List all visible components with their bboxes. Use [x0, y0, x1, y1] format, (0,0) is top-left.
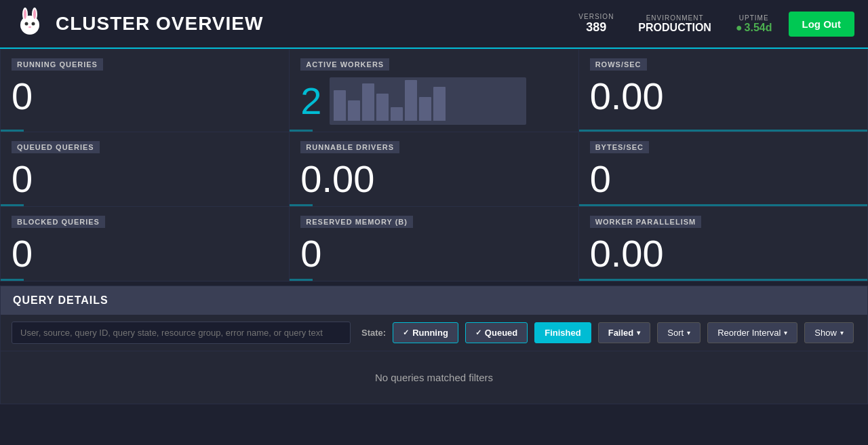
reserved-memory-value: 0 [300, 235, 567, 273]
svg-point-6 [32, 22, 35, 26]
show-label: Show [814, 328, 837, 338]
workers-bar-2 [348, 100, 360, 121]
filter-failed-label: Failed [608, 328, 634, 338]
environment-meta: ENVIRONMENT PRODUCTION [638, 14, 711, 34]
metric-reserved-memory: RESERVED MEMORY (B) 0 [290, 207, 578, 282]
runnable-drivers-label: RUNNABLE DRIVERS [300, 141, 399, 153]
page-title: CLUSTER OVERVIEW [56, 13, 578, 35]
filter-queued-button[interactable]: ✓ Queued [465, 322, 528, 343]
environment-value: PRODUCTION [638, 22, 711, 34]
svg-point-3 [24, 9, 26, 19]
uptime-dot: ● [736, 22, 743, 33]
uptime-value: ●3.54d [736, 22, 772, 34]
active-workers-content: 2 [300, 77, 567, 125]
query-details-controls: State: ✓ Running ✓ Queued Finished Faile… [1, 315, 867, 351]
metric-runnable-drivers: RUNNABLE DRIVERS 0.00 [290, 132, 578, 207]
reserved-memory-bar [290, 279, 313, 281]
sort-label: Sort [667, 328, 684, 338]
sort-dropdown-button[interactable]: Sort [657, 322, 701, 343]
workers-bar-8 [433, 87, 446, 121]
blocked-queries-value: 0 [12, 235, 278, 273]
logo-icon [14, 7, 46, 40]
show-dropdown-button[interactable]: Show [804, 322, 854, 343]
workers-bar-3 [362, 83, 374, 121]
bytes-sec-label: BYTES/SEC [590, 141, 649, 153]
version-value: 389 [586, 20, 606, 35]
workers-bar-chart [330, 77, 526, 125]
metric-running-queries: RUNNING QUERIES 0 [1, 50, 290, 132]
query-details-section: QUERY DETAILS State: ✓ Running ✓ Queued … [0, 286, 868, 404]
blocked-queries-label: BLOCKED QUERIES [12, 216, 105, 228]
rows-sec-label: ROWS/SEC [590, 58, 647, 71]
header: CLUSTER OVERVIEW VERSION 389 ENVIRONMENT… [0, 0, 868, 49]
reserved-memory-label: RESERVED MEMORY (B) [300, 216, 413, 228]
state-label: State: [361, 328, 386, 338]
version-meta: VERSION 389 [578, 13, 614, 35]
worker-parallelism-value: 0.00 [590, 235, 856, 273]
svg-point-7 [28, 26, 31, 28]
workers-bar-6 [405, 80, 417, 121]
workers-bar-7 [419, 97, 431, 121]
workers-bar-4 [376, 94, 389, 121]
filter-queued-label: Queued [485, 328, 517, 338]
logout-button[interactable]: Log Out [789, 12, 854, 37]
header-meta: VERSION 389 ENVIRONMENT PRODUCTION UPTIM… [578, 13, 772, 35]
running-queries-label: RUNNING QUERIES [12, 58, 103, 71]
filter-failed-button[interactable]: Failed ▾ [598, 322, 651, 343]
active-workers-value: 2 [300, 82, 321, 120]
uptime-label: UPTIME [739, 14, 769, 22]
running-queries-bar [1, 130, 24, 132]
metric-rows-sec: ROWS/SEC 0.00 [579, 50, 868, 132]
bytes-sec-bar [579, 204, 867, 206]
version-label: VERSION [578, 13, 614, 20]
workers-bar-1 [334, 90, 346, 121]
running-check-icon: ✓ [403, 328, 409, 337]
active-workers-bar [290, 130, 313, 132]
runnable-drivers-value: 0.00 [300, 160, 567, 198]
svg-point-4 [33, 9, 36, 19]
rows-sec-bar [579, 130, 867, 132]
metrics-grid: RUNNING QUERIES 0 ACTIVE WORKERS 2 ROWS/… [0, 49, 868, 282]
worker-parallelism-label: WORKER PARALLELISM [590, 216, 702, 228]
active-workers-label: ACTIVE WORKERS [300, 58, 389, 71]
svg-point-5 [25, 22, 28, 26]
blocked-queries-bar [1, 279, 24, 281]
metric-active-workers: ACTIVE WORKERS 2 [290, 50, 578, 132]
metric-worker-parallelism: WORKER PARALLELISM 0.00 [579, 207, 868, 282]
queued-check-icon: ✓ [475, 328, 481, 337]
bytes-sec-value: 0 [590, 160, 856, 198]
filter-running-label: Running [412, 328, 448, 338]
filter-finished-button[interactable]: Finished [534, 322, 591, 343]
query-search-input[interactable] [12, 322, 351, 344]
queued-queries-value: 0 [12, 160, 278, 198]
filter-finished-label: Finished [545, 328, 580, 338]
runnable-drivers-bar [290, 204, 313, 206]
reorder-interval-label: Reorder Interval [717, 328, 781, 338]
uptime-meta: UPTIME ●3.54d [736, 14, 772, 34]
environment-label: ENVIRONMENT [646, 14, 704, 22]
queued-queries-label: QUEUED QUERIES [12, 141, 100, 153]
query-empty-message: No queries matched filters [1, 351, 867, 404]
filter-running-button[interactable]: ✓ Running [393, 322, 458, 343]
queued-queries-bar [1, 204, 24, 206]
metric-bytes-sec: BYTES/SEC 0 [579, 132, 868, 207]
worker-parallelism-bar [579, 279, 867, 281]
failed-chevron-icon: ▾ [637, 329, 640, 336]
reorder-interval-button[interactable]: Reorder Interval [707, 322, 797, 343]
metric-queued-queries: QUEUED QUERIES 0 [1, 132, 290, 207]
metric-blocked-queries: BLOCKED QUERIES 0 [1, 207, 290, 282]
rows-sec-value: 0.00 [590, 77, 856, 115]
workers-bar-5 [391, 107, 403, 121]
query-details-header: QUERY DETAILS [1, 286, 867, 315]
running-queries-value: 0 [12, 77, 278, 115]
